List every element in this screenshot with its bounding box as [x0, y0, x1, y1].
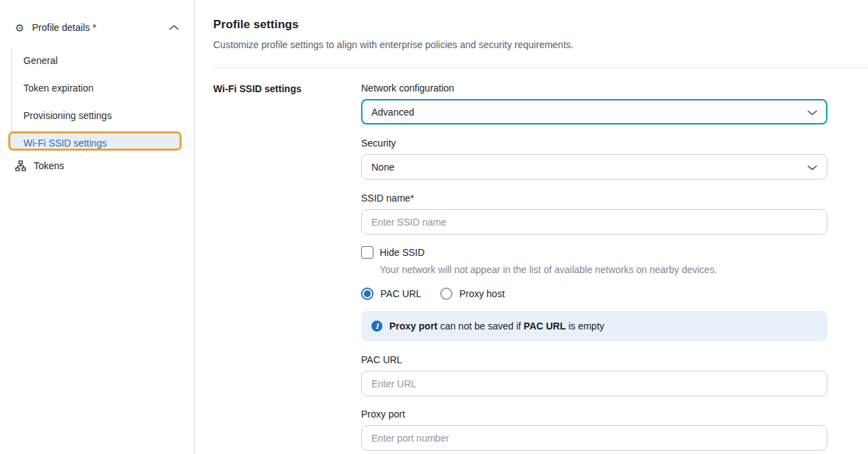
sidebar-item-provisioning-settings[interactable]: Provisioning settings [0, 102, 194, 129]
network-configuration-select[interactable]: Advanced [361, 99, 827, 125]
page-subtitle: Customize profile settings to align with… [213, 39, 868, 50]
main-content: Profile settings Customize profile setti… [195, 0, 868, 454]
sidebar-parent-label: Profile details * [32, 22, 96, 33]
sitemap-icon [15, 160, 26, 171]
info-icon: i [371, 321, 382, 332]
sidebar-item-general[interactable]: General [0, 47, 194, 74]
pac-url-input[interactable] [361, 371, 827, 396]
sidebar-item-token-expiration[interactable]: Token expiration [0, 74, 194, 102]
proxy-host-radio-label: Proxy host [459, 288, 505, 299]
hide-ssid-checkbox[interactable] [361, 246, 373, 259]
pac-url-radio-option[interactable]: PAC URL [361, 288, 422, 300]
proxy-host-radio[interactable] [440, 288, 453, 300]
form-fields: Network configuration Advanced Security … [361, 83, 827, 451]
info-banner: i Proxy port can not be saved if PAC URL… [361, 311, 827, 341]
proxy-port-input[interactable] [361, 425, 827, 451]
chevron-up-icon[interactable] [169, 25, 179, 30]
sidebar-item-tokens[interactable]: Tokens [0, 156, 194, 175]
hide-ssid-checkbox-row[interactable]: Hide SSID [361, 246, 827, 259]
chevron-down-icon [807, 162, 817, 173]
app-window: ⚙ Profile details * General Token expira… [0, 0, 868, 454]
security-select[interactable]: None [361, 154, 827, 180]
banner-bold-pac-url: PAC URL [523, 321, 565, 332]
gear-icon: ⚙ [15, 23, 24, 33]
banner-text-end: is empty [566, 321, 605, 332]
wifi-ssid-settings-section: Wi-Fi SSID settings Network configuratio… [213, 83, 868, 451]
pac-url-radio-label: PAC URL [380, 288, 422, 299]
hide-ssid-label: Hide SSID [380, 247, 424, 258]
banner-bold-proxy-port: Proxy port [389, 321, 437, 332]
proxy-mode-radio-group: PAC URL Proxy host [361, 288, 827, 300]
security-label: Security [361, 138, 827, 149]
pac-url-label: PAC URL [361, 354, 827, 365]
ssid-name-input[interactable] [361, 209, 827, 235]
section-label: Wi-Fi SSID settings [213, 83, 361, 451]
sidebar-item-profile-details[interactable]: ⚙ Profile details * [0, 18, 194, 37]
sidebar-subnav: General Token expiration Provisioning se… [0, 47, 194, 151]
sidebar-item-wifi-ssid-settings[interactable]: Wi-Fi SSID settings [8, 131, 182, 151]
banner-text: can not be saved if [437, 321, 523, 332]
ssid-name-label: SSID name* [361, 193, 827, 204]
hide-ssid-description: Your network will not appear in the list… [380, 264, 827, 275]
chevron-down-icon [807, 107, 817, 118]
proxy-host-radio-option[interactable]: Proxy host [440, 288, 505, 300]
pac-url-radio[interactable] [361, 288, 373, 300]
network-configuration-label: Network configuration [361, 83, 827, 94]
page-title: Profile settings [213, 18, 868, 32]
proxy-port-label: Proxy port [361, 409, 827, 420]
sidebar-tokens-label: Tokens [34, 160, 64, 171]
security-value: None [371, 162, 394, 173]
section-divider [213, 67, 868, 68]
settings-sidebar: ⚙ Profile details * General Token expira… [0, 0, 195, 454]
network-configuration-value: Advanced [371, 107, 414, 118]
